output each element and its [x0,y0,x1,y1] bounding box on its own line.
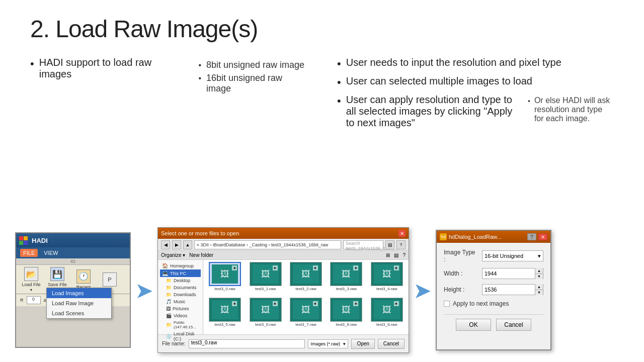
fd-search-bar[interactable]: Search test3_1944x1536_16bit_... [343,240,383,249]
hadi-body-r-label: R [20,298,24,303]
fd-thumb-2[interactable]: 🖼✦ test3_2.raw [286,262,326,297]
fd-open-button[interactable]: Open [351,339,374,349]
documents-icon: 📁 [166,285,172,290]
p-button[interactable]: P [99,273,121,287]
lrd-cancel-button[interactable]: Cancel [496,319,531,331]
lrd-image-type-select[interactable]: 16-bit Unsigned ▾ [482,250,543,261]
fd-thumb-img-0: 🖼 ✦ [209,262,241,286]
fd-back-button[interactable]: ◀ [161,240,170,249]
fd-sidebar-desktop[interactable]: 📁 Desktop [160,277,201,284]
fd-thumb-img-8: 🖼✦ [330,298,362,322]
lrd-apply-checkbox[interactable] [444,301,450,307]
file-dialog-title: Select one or more files to open [161,230,239,236]
fd-thumb-1[interactable]: 🖼✦ test3_1.raw [246,262,285,297]
dropdown-load-images[interactable]: Load Images [47,288,111,298]
load-file-button[interactable]: 📂 Load File ▼ [20,267,42,292]
fd-type-select[interactable]: Images (*.raw) ▾ [308,339,348,348]
left-bullet-1-text: HADI support to load raw images [39,57,184,80]
load-file-icon: 📂 [24,267,38,281]
lrd-title-icon: hd [440,233,447,240]
lrd-height-label: Height : [444,286,478,293]
lrd-width-down[interactable]: ▼ [535,274,543,280]
fd-new-folder-label[interactable]: New folder [189,252,213,258]
lrd-help-button[interactable]: ? [527,233,536,240]
lrd-height-up[interactable]: ▲ [535,284,543,290]
videos-icon: 🎬 [166,313,172,318]
hadi-logo [19,236,28,245]
fd-view-icons[interactable]: ⊞ [386,252,390,258]
lrd-width-spinbox[interactable]: 1944 ▲ ▼ [482,268,543,279]
fd-forward-button[interactable]: ▶ [172,240,181,249]
fd-preview-icon[interactable]: ▤ [394,252,398,258]
fd-view-button[interactable]: ▤ [385,240,394,249]
left-bullet-1: HADI support to load raw images 8bit uns… [30,57,307,97]
lrd-height-arrows: ▲ ▼ [535,284,543,295]
lrd-ok-button[interactable]: OK [456,319,491,331]
lrd-width-label: Width : [444,270,478,277]
fd-sidebar-documents[interactable]: 📁 Documents [160,284,201,291]
fd-path-text: « 3DII › iBoardDatabase › _Casting › tes… [197,242,328,247]
right-bullet-list: User needs to input the resolution and p… [337,57,614,129]
fd-sidebar-thispc[interactable]: 💻 This PC [160,269,201,277]
right-bullet-1: User needs to input the resolution and p… [337,57,614,70]
fd-thumb-6[interactable]: 🖼✦ test3_6.raw [246,298,285,332]
fd-thumb-0[interactable]: 🖼 ✦ test3_0.raw [205,262,245,297]
slide-title: 2. Load Raw Image(s) [30,15,614,43]
fd-path-bar[interactable]: « 3DII › iBoardDatabase › _Casting › tes… [194,240,341,249]
fd-sidebar-music[interactable]: 🎵 Music [160,298,201,305]
logo-cell-3 [19,241,23,245]
fd-thumb-img-5: 🖼✦ [209,298,241,322]
fd-thumb-7[interactable]: 🖼✦ test3_7.raw [286,298,326,332]
right-sub-1: Or else HADI will ask resolution and typ… [528,96,614,123]
lrd-close-button[interactable]: ✕ [538,233,547,240]
fd-cancel-button[interactable]: Cancel [378,339,405,349]
fd-thumb-label-8: test3_8.raw [336,322,357,327]
fd-filename-input[interactable]: test3_0.raw [189,339,305,348]
left-sub-2: 16bit unsigned raw image [198,73,307,94]
fd-help-button[interactable]: ? [396,240,406,249]
hadi-menu-view[interactable]: VIEW [44,250,58,256]
lrd-width-arrows: ▲ ▼ [535,268,543,279]
lrd-width-up[interactable]: ▲ [535,268,543,274]
fd-thumb-9[interactable]: 🖼✦ test3_9.raw [367,298,407,332]
hadi-ui-screenshot: HADI FILE VIEW IO 📂 Load File ▼ 💾 Save F… [15,232,131,348]
fd-help-icon-bar[interactable]: ? [403,252,406,258]
fd-thumb-label-3: test3_3.raw [336,287,357,291]
fd-sidebar-homegroup[interactable]: 🏠 Homegroup [160,262,201,269]
left-sub-list: 8bit unsigned raw image 16bit unsigned r… [198,60,307,97]
recent-button[interactable]: 🕐 Recent [72,269,95,290]
fd-thumb-img-4: 🖼✦ [371,262,403,286]
arrow-2: ➤ [413,278,432,303]
lrd-image-type-label: Image Type : [444,249,478,263]
fd-sidebar-public[interactable]: 📁 Public (147.46.15... [160,319,201,330]
hadi-menu-file[interactable]: FILE [20,249,38,257]
left-sub-1: 8bit unsigned raw image [198,60,307,70]
lrd-image-type-value: 16-bit Unsigned [485,253,523,259]
fd-thumb-label-0: test3_0.raw [215,287,235,291]
screenshots-row: HADI FILE VIEW IO 📂 Load File ▼ 💾 Save F… [15,227,629,353]
hadi-menubar: FILE VIEW [16,247,130,258]
hadi-input[interactable]: 0 [27,296,41,304]
fd-thumb-img-2: 🖼✦ [290,262,322,286]
dropdown-load-raw[interactable]: Load Raw Image [47,298,111,308]
fd-sidebar-videos[interactable]: 🎬 Videos [160,312,201,319]
file-dialog-close-button[interactable]: ✕ [398,230,406,237]
fd-thumb-4[interactable]: 🖼✦ test3_4.raw [367,262,407,297]
fd-thumb-5[interactable]: 🖼✦ test3_5.raw [205,298,245,332]
localdisk-icon: 💿 [166,334,172,339]
file-open-dialog: Select one or more files to open ✕ ◀ ▶ ▲… [157,227,409,353]
fd-thumb-8[interactable]: 🖼✦ test3_8.raw [327,298,366,332]
lrd-image-type-row: Image Type : 16-bit Unsigned ▾ [444,249,543,263]
fd-thumb-label-7: test3_7.raw [295,322,316,327]
fd-sidebar-downloads[interactable]: 📁 Downloads [160,291,201,298]
logo-cell-2 [24,236,28,240]
fd-sidebar-pictures[interactable]: 🖼 Pictures [160,305,201,312]
dropdown-load-scenes[interactable]: Load Scenes [47,308,111,318]
lrd-height-spinbox[interactable]: 1536 ▲ ▼ [482,284,543,295]
fd-thumb-3[interactable]: 🖼✦ test3_3.raw [327,262,366,297]
lrd-height-down[interactable]: ▼ [535,290,543,296]
fd-main: 🏠 Homegroup 💻 This PC 📁 Desktop 📁 Docume… [158,260,409,334]
fd-organize-label[interactable]: Organize ▾ [161,252,185,258]
fd-up-button[interactable]: ▲ [183,240,192,249]
save-file-label: Save File [48,282,67,287]
